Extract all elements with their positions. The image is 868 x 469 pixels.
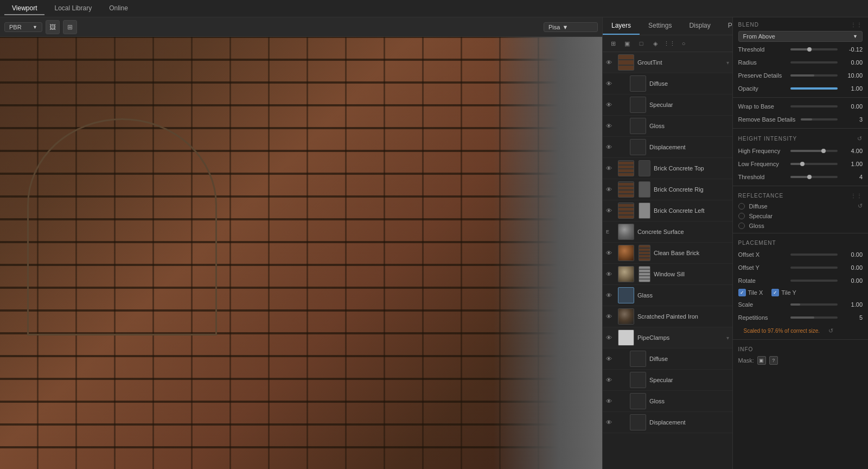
visibility-icon[interactable]: 👁 — [606, 186, 615, 193]
layer-tool-grid2-icon[interactable]: ⋮⋮ — [663, 37, 675, 49]
hi-threshold-handle[interactable] — [807, 175, 812, 179]
gloss-radio-row[interactable]: Gloss — [733, 221, 868, 231]
list-item[interactable]: 👁 Gloss — [603, 391, 732, 412]
high-frequency-handle[interactable] — [821, 149, 826, 153]
preserve-details-slider[interactable] — [790, 74, 838, 77]
low-frequency-slider[interactable] — [790, 163, 838, 165]
visibility-icon[interactable]: 👁 — [606, 356, 615, 362]
expand-icon[interactable]: ▾ — [726, 335, 729, 341]
visibility-icon[interactable]: 👁 — [606, 313, 615, 320]
opacity-row: Opacity 1.00 — [733, 82, 868, 95]
tab-viewport[interactable]: Viewport — [4, 2, 44, 15]
tile-y-checkbox[interactable]: ✓ — [771, 289, 779, 296]
visibility-icon[interactable]: 👁 — [606, 144, 615, 150]
list-item[interactable]: E Concrete Surface — [603, 221, 732, 243]
list-item[interactable]: 👁 Specular — [603, 94, 732, 116]
diffuse-radio-row[interactable]: Diffuse ↺ — [733, 201, 868, 211]
offset-y-value: 0.00 — [843, 264, 863, 271]
layer-name: Brick Concrete Top — [654, 165, 729, 172]
repetitions-slider[interactable] — [790, 316, 838, 319]
list-item[interactable]: 👁 Displacement — [603, 412, 732, 433]
tab-display[interactable]: Display — [680, 17, 719, 35]
visibility-icon[interactable]: 👁 — [606, 419, 615, 426]
expand-icon[interactable]: ▾ — [726, 60, 729, 66]
list-item[interactable]: 👁 PipeClamps ▾ — [603, 327, 732, 348]
list-item[interactable]: 👁 Glass — [603, 285, 732, 306]
tab-local-library[interactable]: Local Library — [47, 2, 99, 15]
opacity-slider[interactable] — [790, 87, 838, 90]
visibility-icon[interactable]: 👁 — [606, 377, 615, 383]
list-item[interactable]: 👁 Diffuse — [603, 73, 732, 94]
threshold-slider[interactable] — [790, 48, 838, 50]
list-item[interactable]: 👁 Displacement — [603, 137, 732, 158]
wrap-to-base-slider[interactable] — [790, 105, 838, 107]
list-item[interactable]: 👁 Window Sill — [603, 264, 732, 285]
render-mode-dropdown[interactable]: PBR ▼ — [4, 22, 42, 32]
wrap-to-base-value: 0.00 — [843, 103, 863, 110]
visibility-icon[interactable]: 👁 — [606, 250, 615, 256]
visibility-icon[interactable]: 👁 — [606, 80, 615, 87]
tile-x-checkbox[interactable]: ✓ — [738, 289, 746, 296]
specular-radio[interactable] — [738, 213, 745, 219]
offset-x-slider[interactable] — [790, 253, 838, 256]
viewport-canvas[interactable] — [0, 37, 602, 469]
height-intensity-reset-icon[interactable]: ↺ — [857, 135, 863, 142]
visibility-icon[interactable]: 👁 — [606, 398, 615, 404]
list-item[interactable]: 👁 Specular — [603, 370, 732, 391]
hi-threshold-slider[interactable] — [790, 176, 838, 178]
list-item[interactable]: 👁 Clean Base Brick — [603, 243, 732, 264]
diffuse-radio-label: Diffuse — [749, 203, 768, 210]
remove-base-details-slider[interactable] — [801, 118, 838, 121]
low-frequency-handle[interactable] — [800, 162, 805, 166]
tab-layers[interactable]: Layers — [603, 17, 640, 35]
mask-thumb-icon[interactable]: ▣ — [757, 356, 766, 365]
visibility-icon[interactable]: 👁 — [606, 334, 615, 341]
visibility-icon[interactable]: 👁 — [606, 123, 615, 129]
threshold-value: -0.12 — [843, 46, 863, 53]
list-item[interactable]: 👁 Gloss — [603, 116, 732, 137]
layer-tool-frame-icon[interactable]: ▣ — [621, 37, 633, 49]
list-item[interactable]: 👁 Brick Concrete Top — [603, 158, 732, 179]
list-item[interactable]: 👁 Brick Concrete Left — [603, 200, 732, 221]
visibility-icon[interactable]: 👁 — [606, 207, 615, 214]
grid-view-icon[interactable]: ⊞ — [63, 20, 77, 34]
visibility-icon[interactable]: 👁 — [606, 271, 615, 277]
scale-slider[interactable] — [790, 303, 838, 306]
remove-base-details-label: Remove Base Details — [738, 116, 796, 123]
list-item[interactable]: 👁 Scratched Painted Iron — [603, 306, 732, 327]
radius-slider[interactable] — [790, 61, 838, 64]
visibility-icon[interactable]: 👁 — [606, 292, 615, 299]
layer-name: Gloss — [649, 123, 729, 129]
threshold-slider-handle[interactable] — [807, 47, 812, 52]
layer-tool-circle-icon[interactable]: ○ — [678, 37, 690, 49]
visibility-icon[interactable]: 👁 — [606, 102, 615, 108]
mask-help-icon[interactable]: ? — [769, 356, 778, 365]
blend-mode-label: From Above — [743, 33, 775, 40]
gloss-radio[interactable] — [738, 223, 745, 229]
opacity-label: Opacity — [738, 85, 786, 92]
list-item[interactable]: 👁 GroutTint ▾ — [603, 52, 732, 73]
high-frequency-slider[interactable] — [790, 150, 838, 152]
scaled-reset-icon[interactable]: ↺ — [828, 327, 833, 334]
offset-y-slider[interactable] — [790, 267, 838, 269]
visibility-icon[interactable]: 👁 — [606, 59, 615, 66]
rotate-slider[interactable] — [790, 280, 838, 282]
remove-base-details-fill — [801, 118, 812, 121]
list-item[interactable]: 👁 Diffuse — [603, 348, 732, 370]
diffuse-radio[interactable] — [738, 203, 745, 210]
specular-radio-row[interactable]: Specular — [733, 211, 868, 221]
layer-tool-drop-icon[interactable]: ◈ — [649, 37, 661, 49]
environment-dropdown[interactable]: Pisa ▼ — [544, 22, 598, 32]
list-item[interactable]: 👁 Brick Concrete Rig — [603, 179, 732, 200]
tab-online[interactable]: Online — [101, 2, 136, 15]
layer-tool-square-icon[interactable]: □ — [635, 37, 647, 49]
tab-settings[interactable]: Settings — [640, 17, 680, 35]
layer-tool-grid-icon[interactable]: ⊞ — [607, 37, 619, 49]
visibility-icon[interactable]: E — [606, 229, 615, 234]
tab-performance[interactable]: Performance — [719, 17, 733, 35]
layer-thumbnail — [630, 118, 646, 134]
blend-mode-dropdown[interactable]: From Above ▼ — [738, 31, 863, 42]
visibility-icon[interactable]: 👁 — [606, 165, 615, 172]
diffuse-reset-icon[interactable]: ↺ — [858, 202, 863, 210]
image-view-icon[interactable]: 🖼 — [46, 20, 60, 34]
